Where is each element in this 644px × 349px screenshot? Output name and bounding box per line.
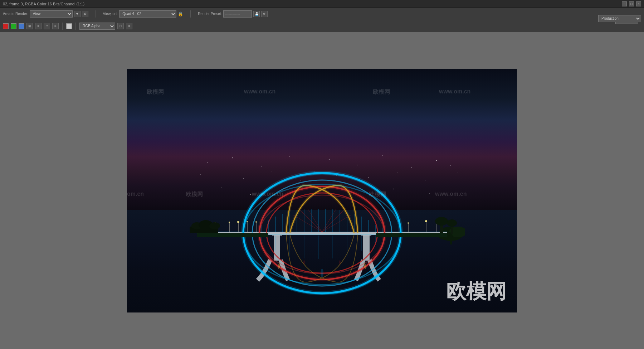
bridge-svg <box>179 151 465 312</box>
close-button[interactable]: × <box>636 1 641 6</box>
bridge-scene: 欧模网 www.om.cn 欧模网 www.om.cn om.cn 欧模网 ww… <box>127 69 517 312</box>
separator4 <box>75 23 76 30</box>
svg-point-76 <box>209 222 220 229</box>
separator2 <box>190 10 191 18</box>
render-preset-input[interactable]: ··············· <box>223 10 252 18</box>
svg-point-107 <box>347 192 347 193</box>
svg-rect-78 <box>376 233 447 237</box>
channel-collapse-icon[interactable]: ≡ <box>126 23 132 29</box>
area-expand-icon[interactable]: ▼ <box>74 11 80 17</box>
svg-point-5 <box>425 220 427 222</box>
viewport-select[interactable]: Quad 4 - 02 Quad 1 Quad 2 Quad 3 <box>119 10 176 18</box>
svg-point-70 <box>435 217 448 226</box>
render-preset-group: Render Preset: ··············· 💾 ↺ <box>198 10 268 18</box>
svg-point-90 <box>357 165 358 165</box>
svg-point-9 <box>408 222 409 224</box>
svg-point-80 <box>321 269 323 277</box>
svg-point-97 <box>272 171 272 171</box>
channel-expand-icon[interactable]: □ <box>117 23 124 29</box>
viewport-group: Viewport: Quad 4 - 02 Quad 1 Quad 2 Quad… <box>103 10 184 18</box>
area-to-render-select[interactable]: View Region Blowup <box>30 10 73 18</box>
right-controls-row2: Production Draft Custom <box>598 13 641 24</box>
svg-point-99 <box>336 175 337 176</box>
svg-line-55 <box>322 209 336 232</box>
render-viewport: 欧模网 www.om.cn 欧模网 www.om.cn om.cn 欧模网 ww… <box>127 69 517 312</box>
svg-point-91 <box>382 155 383 156</box>
svg-rect-77 <box>197 233 268 237</box>
svg-rect-16 <box>247 222 248 232</box>
red-hangers <box>293 209 351 232</box>
treeline-left <box>190 220 220 233</box>
color-btn-white[interactable] <box>66 23 72 29</box>
preset-load-icon[interactable]: ↺ <box>261 11 268 17</box>
svg-point-86 <box>261 166 262 167</box>
svg-point-94 <box>458 173 458 173</box>
preset-save-icon[interactable]: 💾 <box>253 11 260 17</box>
svg-point-84 <box>207 162 208 163</box>
toolbar-row2: ⊞ ≡ ⌖ ✕ RGB Alpha RGB Alpha Red Green Bl… <box>0 20 644 32</box>
svg-point-83 <box>339 260 341 265</box>
svg-rect-3 <box>450 234 452 244</box>
svg-point-109 <box>429 193 430 194</box>
svg-point-104 <box>221 187 222 188</box>
toolbar-btn-4[interactable]: ✕ <box>52 23 59 29</box>
svg-point-95 <box>200 174 201 175</box>
svg-point-89 <box>329 159 330 159</box>
color-btn-blue[interactable] <box>19 23 24 29</box>
main-area: 欧模网 www.om.cn 欧模网 www.om.cn om.cn 欧模网 ww… <box>0 32 644 349</box>
toolbar-btn-2[interactable]: ≡ <box>35 23 42 29</box>
svg-rect-24 <box>363 232 370 261</box>
svg-point-82 <box>303 260 305 265</box>
svg-rect-14 <box>238 222 239 232</box>
svg-point-15 <box>237 221 239 223</box>
svg-point-101 <box>397 172 397 173</box>
area-settings-icon[interactable]: ⚙ <box>82 11 88 17</box>
separator3 <box>62 23 63 30</box>
svg-point-105 <box>250 194 251 195</box>
channel-select[interactable]: RGB Alpha RGB Alpha Red Green Blue <box>79 23 115 30</box>
toolbar-area: Area to Render: View Region Blowup ▼ ⚙ V… <box>0 8 644 32</box>
toolbar-row1: Area to Render: View Region Blowup ▼ ⚙ V… <box>0 8 644 20</box>
maximize-button[interactable]: □ <box>629 1 634 6</box>
streetlights-right <box>408 220 438 232</box>
suspenders <box>261 209 383 232</box>
separator1 <box>96 10 96 18</box>
svg-line-52 <box>308 209 322 232</box>
svg-point-19 <box>255 221 257 223</box>
title-bar-controls: − □ × <box>622 1 641 6</box>
production-select[interactable]: Production Draft Custom <box>598 15 641 22</box>
svg-point-96 <box>243 178 244 179</box>
svg-point-108 <box>393 189 394 189</box>
svg-point-100 <box>368 177 369 178</box>
area-to-render-group: Area to Render: View Region Blowup ▼ ⚙ <box>3 10 88 18</box>
svg-point-88 <box>314 171 315 171</box>
minimize-button[interactable]: − <box>622 1 627 6</box>
toolbar-btn-3[interactable]: ⌖ <box>44 23 50 29</box>
svg-point-106 <box>282 190 283 190</box>
color-btn-red[interactable] <box>3 23 9 29</box>
title-bar: 02, frame 0, RGBA Color 16 Bits/Channel … <box>0 0 644 8</box>
lock-icon: 🔒 <box>178 11 183 16</box>
svg-point-102 <box>425 180 426 180</box>
svg-rect-4 <box>426 221 426 232</box>
render-preset-label: Render Preset: <box>198 12 222 16</box>
svg-point-72 <box>447 219 457 227</box>
svg-point-98 <box>300 180 301 180</box>
toolbar-btn-1[interactable]: ⊞ <box>26 23 33 29</box>
svg-point-103 <box>450 165 451 166</box>
title-bar-text: 02, frame 0, RGBA Color 16 Bits/Channel … <box>3 2 84 6</box>
svg-point-87 <box>289 156 290 157</box>
streetlights-left <box>214 221 257 232</box>
svg-point-13 <box>229 222 230 223</box>
svg-point-85 <box>232 157 233 158</box>
svg-point-93 <box>436 160 437 160</box>
svg-point-92 <box>411 167 412 168</box>
viewport-label: Viewport: <box>103 12 118 16</box>
color-btn-green[interactable] <box>11 23 16 29</box>
svg-rect-8 <box>408 223 409 232</box>
svg-rect-12 <box>229 222 230 232</box>
svg-rect-18 <box>256 222 257 232</box>
area-to-render-label: Area to Render: <box>3 12 28 16</box>
